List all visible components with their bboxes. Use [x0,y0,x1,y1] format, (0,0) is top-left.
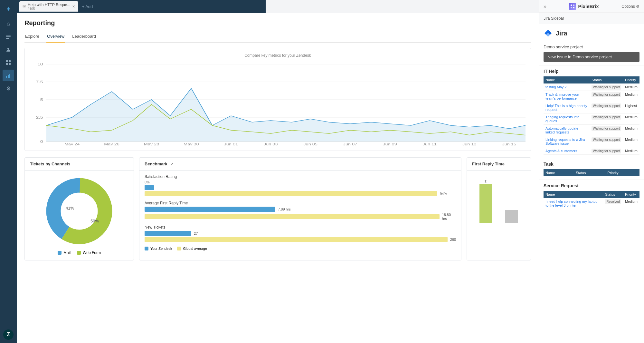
options-button[interactable]: Options ⚙ [621,4,639,9]
first-reply-time-panel: First Reply Time 1: [467,157,531,260]
frt-global-value: 18.80 hrs [442,213,456,220]
svg-text:2.5: 2.5 [36,115,43,119]
panels-row: Tickets by Channels 41% 59% Mail [24,157,531,260]
donut-chart-container: 41% 59% Mail Web Form [25,171,134,260]
status-badge: Waiting for support [592,115,621,120]
svg-rect-41 [505,210,518,223]
priority-text: Highest [625,104,637,108]
benchmark-legend: Your Zendesk Global average [145,247,456,250]
service-request-section: Service Request Name Status Priority I n… [539,180,644,212]
sidebar-collapse-icon[interactable]: » [544,4,546,9]
tab-email-icon: ✉ [23,4,26,9]
settings-icon[interactable]: ⚙ [3,83,14,94]
frt-chart-area: 1: [472,174,526,232]
svg-text:Jun 11: Jun 11 [423,142,437,145]
task-title: Task [544,162,639,167]
svg-text:May 30: May 30 [184,142,199,145]
frt-bar-chart: 1: [473,178,525,229]
tab-close-icon[interactable]: × [72,4,75,9]
satisfaction-global-bar [145,191,437,196]
home-icon[interactable]: ⌂ [3,18,14,30]
report-tabs: Explore Overview Leaderboard [24,32,531,43]
jira-title: Jira [556,30,567,37]
svg-rect-44 [571,7,572,8]
svg-point-3 [7,48,9,50]
svg-rect-1 [6,36,11,37]
tab-title: Help with HTTP Reque... [28,3,71,7]
table-row: Linking requests to a Jira Software issu… [544,136,639,147]
frt-global-bar [145,214,440,219]
svg-rect-39 [479,184,492,223]
issue-link[interactable]: Linking requests to a Jira Software issu… [545,138,585,145]
task-section: Task Name Status Priority [539,158,644,180]
issue-link[interactable]: Agents & customers [545,149,577,153]
active-tab[interactable]: ✉ Help with HTTP Reque... #105 × [19,1,78,12]
mail-legend-label: Mail [63,250,71,255]
tab-overview[interactable]: Overview [46,32,65,43]
task-table: Name Status Priority [544,169,639,176]
donut-chart: 41% 59% [44,176,115,247]
reports-icon[interactable] [3,70,14,81]
svg-rect-9 [8,75,9,78]
svg-text:5: 5 [40,98,43,102]
issue-link[interactable]: Help! This is a high priority request [545,104,587,112]
issue-link[interactable]: Track & improve your team's performance [545,93,579,100]
table-row: I need help connecting my laptop to the … [544,198,639,209]
table-row: Triaging requests into queues Waiting fo… [544,113,639,125]
chart-svg: 10 7.5 5 2.5 0 May 24 May 26 May 28 May … [30,62,526,145]
logo-icon[interactable]: ✦ [3,3,14,15]
tab-explore[interactable]: Explore [24,32,40,43]
svg-rect-7 [9,63,11,65]
svg-rect-10 [9,74,10,78]
benchmark-external-link-icon[interactable]: ↗ [170,162,174,166]
add-button[interactable]: + Add [80,3,96,10]
col-status: Status [590,76,623,83]
your-zendesk-dot [145,247,148,250]
chart-area: 10 7.5 5 2.5 0 May 24 May 26 May 28 May … [30,62,526,145]
svg-text:May 26: May 26 [104,142,119,145]
mail-legend-dot [58,251,62,255]
priority-text: Medium [625,200,638,203]
top-tab-bar: ✉ Help with HTTP Reque... #105 × + Add [17,0,266,13]
status-badge: Waiting for support [592,103,621,108]
first-reply-time-section: Average First Reply Time 7.89 hrs 18.80 … [145,201,456,220]
new-tickets-your-bar [145,231,191,236]
status-badge: Waiting for support [592,85,621,90]
svg-text:May 24: May 24 [64,142,80,145]
svg-text:Jun 01: Jun 01 [224,142,238,145]
service-request-table: Name Status Priority I need help connect… [544,191,639,209]
issue-link[interactable]: Automatically update linked requests [545,126,578,134]
svg-rect-4 [6,60,8,62]
webform-legend-label: Web Form [83,250,101,255]
webform-legend-dot [77,251,81,255]
new-tickets-section: New Tickets 27 260 [145,225,456,242]
tab-leaderboard[interactable]: Leaderboard [71,32,97,43]
status-badge: Waiting for support [592,149,621,153]
legend-webform: Web Form [77,250,101,255]
project-section: Demo service project New Issue in Demo s… [539,41,644,65]
dashboard-icon[interactable] [3,57,14,68]
issue-link[interactable]: Triaging requests into queues [545,115,579,123]
main-content: Reporting Explore Overview Leaderboard C… [17,13,539,343]
benchmark-header: Benchmark ↗ [139,158,461,171]
priority-text: Medium [625,126,638,130]
zendesk-icon[interactable]: Z [3,329,14,340]
satisfaction-your-value: 0% [145,180,456,184]
line-chart-container: Compare key metrics for your Zendesk 10 … [24,48,531,151]
sr-col-status: Status [603,191,623,198]
users-icon[interactable] [3,44,14,55]
tickets-icon[interactable] [3,31,14,43]
issue-link[interactable]: I need help connecting my laptop to the … [545,200,597,207]
col-priority: Priority [623,76,639,83]
priority-text: Medium [625,115,638,119]
jira-header: Jira [539,24,644,41]
tickets-by-channels-panel: Tickets by Channels 41% 59% Mail [24,157,134,260]
svg-rect-8 [6,76,7,78]
new-tickets-label: New Tickets [145,225,456,230]
svg-rect-42 [571,5,572,6]
table-row: Track & improve your team's performance … [544,91,639,102]
svg-text:Jun 07: Jun 07 [343,142,357,145]
new-issue-button[interactable]: New Issue in Demo service project [544,52,639,62]
table-row: testing May 2 Waiting for support Medium [544,83,639,91]
issue-link[interactable]: testing May 2 [545,85,566,89]
